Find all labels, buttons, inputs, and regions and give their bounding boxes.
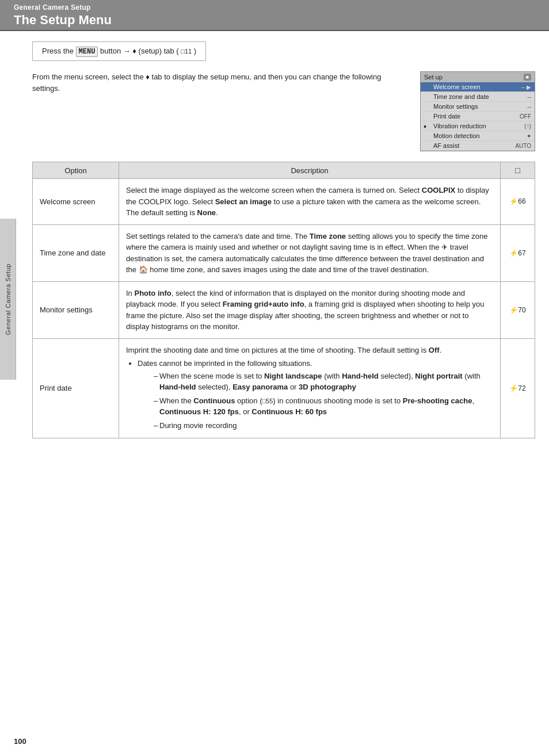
table-row-timezone: Time zone and date Set settings related … [33,224,535,281]
camera-menu-item-value: ✦ [527,133,531,139]
rec-icon: ■ [524,74,531,81]
desc-monitor: In Photo info, select the kind of inform… [119,281,501,338]
desc-printdate-sub2: When the Continuous option (□55) in cont… [154,395,493,418]
menu-key: MENU [76,47,98,57]
camera-menu-screenshot: Set up ■ Welcome screen -- ▶ Time zone a… [420,71,535,151]
camera-menu-item-value: AUTO [515,143,531,149]
camera-menu-item-label: Welcome screen [433,83,481,90]
camera-menu-item-label: Print date [433,113,460,120]
table-header-option: Option [33,162,119,179]
camera-menu-item-label: Time zone and date [433,93,489,100]
option-monitor: Monitor settings [33,281,119,338]
ref-icon-monitor: ⚡ [509,306,518,314]
section-label: General Camera Setup [14,3,535,12]
setup-row-icon: ♦ [424,123,426,129]
camera-menu-item-value: -- [527,104,531,110]
camera-menu-item-label: Motion detection [433,132,480,139]
page-title: The Setup Menu [14,13,535,28]
setup-table: Option Description □ Welcome screen Sele… [32,162,535,438]
page-footer: 100 [14,737,26,746]
desc-printdate-bullet: Dates cannot be imprinted in the followi… [138,358,493,431]
camera-menu-item-motion: Motion detection ✦ [421,131,535,141]
camera-menu-item-monitor: Monitor settings -- [421,102,535,112]
camera-menu-item-label: Vibration reduction [433,123,486,129]
instruction-text-after: (setup) tab ( [139,47,179,55]
setup-icon: ♦ [132,47,136,55]
table-row-welcome: Welcome screen Select the image displaye… [33,179,535,225]
desc-printdate: Imprint the shooting date and time on pi… [119,338,501,438]
instruction-text-before: Press the [42,47,76,55]
camera-menu-item-value: (↑) [524,123,531,129]
ref-timezone: ⚡67 [501,224,535,281]
table-header-ref: □ [501,162,535,179]
camera-menu-item-value: -- [527,94,531,100]
instruction-close: ) [194,47,196,55]
page-header: General Camera Setup The Setup Menu [0,0,549,31]
instruction-box: Press the MENU button → ♦ (setup) tab ( … [32,41,206,61]
table-header-description: Description [119,162,501,179]
instruction-arrow: button → [100,47,132,55]
camera-menu-item-printdate: Print date OFF [421,112,535,121]
desc-printdate-sub1: When the scene mode is set to Night land… [154,371,493,393]
camera-menu-title: Set up [424,74,443,81]
camera-menu-item-label: Monitor settings [433,103,478,110]
camera-menu-item-af: AF assist AUTO [421,141,535,151]
camera-menu-item-value: -- ▶ [521,84,531,90]
table-row-printdate: Print date Imprint the shooting date and… [33,338,535,438]
camera-menu-item-value: OFF [520,113,531,120]
option-printdate: Print date [33,338,119,438]
option-timezone: Time zone and date [33,224,119,281]
ref-icon-welcome: ⚡ [509,197,518,205]
intro-text: From the menu screen, select the ♦ tab t… [32,71,409,94]
main-content: Press the MENU button → ♦ (setup) tab ( … [0,31,549,449]
camera-menu-item-timezone: Time zone and date -- [421,92,535,102]
page-ref-instruction: □11 [181,48,192,55]
option-welcome: Welcome screen [33,179,119,225]
desc-timezone: Set settings related to the camera's dat… [119,224,501,281]
ref-icon-timezone: ⚡ [509,249,518,257]
desc-printdate-sub3: During movie recording [154,420,493,432]
camera-menu-item-label: AF assist [433,142,459,149]
table-row-monitor: Monitor settings In Photo info, select t… [33,281,535,338]
ref-icon-printdate: ⚡ [509,384,518,392]
ref-printdate: ⚡72 [501,338,535,438]
desc-welcome: Select the image displayed as the welcom… [119,179,501,225]
ref-monitor: ⚡70 [501,281,535,338]
camera-menu-item-vibration: ♦ Vibration reduction (↑) [421,121,535,131]
page-number: 100 [14,737,26,746]
camera-menu-header: Set up ■ [421,72,535,82]
ref-welcome: ⚡66 [501,179,535,225]
camera-menu-item-welcome: Welcome screen -- ▶ [421,82,535,92]
intro-section: From the menu screen, select the ♦ tab t… [32,71,535,151]
